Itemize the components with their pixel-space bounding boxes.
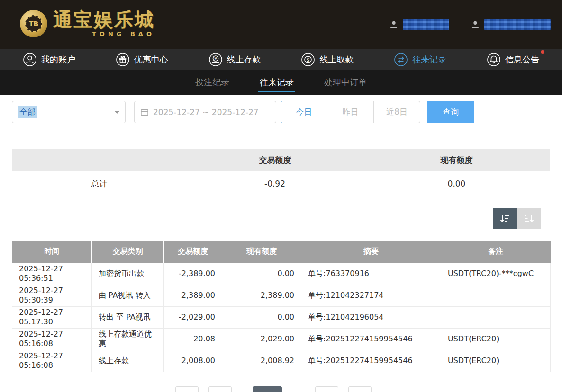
cell-summary: 单号:202512274159954546: [301, 328, 441, 350]
brand-coin-icon: TB: [20, 10, 47, 37]
col-header-summary: 摘要: [301, 241, 441, 263]
cell-type: 转出 至 PA视讯: [92, 306, 164, 328]
transactions-header: 时间 交易类别 交易额度 现有额度 摘要 备注: [12, 241, 551, 263]
nav-item-promotions[interactable]: 优惠中心: [116, 53, 168, 67]
deposit-icon: ¥: [208, 53, 223, 67]
quick-yesterday-button[interactable]: 昨日: [327, 101, 374, 123]
main-nav: 我的账户 优惠中心 ¥ 线上存款 $ 线上取款 往来记录 信息公告: [0, 49, 562, 70]
cell-remark: [441, 285, 551, 306]
cell-balance: 2,008.92: [222, 350, 301, 372]
sub-nav: 投注纪录 往来记录 处理中订单: [0, 70, 562, 95]
gift-icon: [116, 53, 130, 67]
account-username-area: [389, 19, 449, 30]
date-range-value: 2025-12-27 ~ 2025-12-27: [153, 107, 259, 117]
date-range-input[interactable]: 2025-12-27 ~ 2025-12-27: [134, 101, 276, 123]
cell-amount: 2,008.00: [164, 350, 222, 372]
summary-header-empty: [12, 149, 187, 171]
quick-range-group: 今日 昨日 近8日: [281, 101, 420, 123]
transactions-tbody: 2025-12-27 05:36:51加密货币出款-2,389.000.00单号…: [12, 263, 551, 372]
notification-dot: [541, 50, 544, 54]
nav-item-withdraw[interactable]: $ 线上取款: [301, 53, 354, 67]
redacted-username: [403, 19, 449, 30]
brand-coin-label: TB: [25, 15, 42, 32]
cell-summary: 单号:121042327174: [301, 285, 441, 306]
account-balance-area: [470, 19, 551, 30]
cell-time: 2025-12-27 05:36:51: [12, 263, 92, 285]
tab-transaction-records[interactable]: 往来记录: [258, 70, 295, 95]
quick-today-button[interactable]: 今日: [281, 101, 327, 123]
search-button[interactable]: 查询: [427, 101, 474, 123]
sort-descending-icon: [499, 214, 511, 223]
cell-amount: -2,389.00: [164, 263, 222, 285]
cell-balance: 0.00: [222, 263, 301, 285]
top-header: TB 通宝娱乐城 TONG BAO: [0, 0, 562, 49]
brand-name-en: TONG BAO: [92, 30, 155, 37]
pagination-button[interactable]: [253, 386, 282, 392]
cell-amount: -2,029.00: [164, 306, 222, 328]
cell-summary: 单号:121042196054: [301, 306, 441, 328]
nav-item-label: 往来记录: [412, 54, 446, 65]
brand-text: 通宝娱乐城 TONG BAO: [53, 10, 155, 37]
pagination-button[interactable]: [315, 386, 338, 392]
cell-balance: 0.00: [222, 306, 301, 328]
bell-icon: [487, 53, 501, 67]
cell-time: 2025-12-27 05:17:30: [12, 306, 92, 328]
summary-header-row: 交易额度 现有额度: [12, 149, 550, 171]
cell-amount: 20.08: [164, 328, 222, 350]
cell-summary: 单号:202512274159954546: [301, 350, 441, 372]
summary-header-amount: 交易额度: [187, 149, 363, 171]
nav-item-deposit[interactable]: ¥ 线上存款: [208, 53, 261, 67]
wallet-icon: [470, 19, 480, 30]
calendar-icon: [140, 108, 149, 116]
cell-type: 线上存款通道优惠: [92, 328, 164, 350]
nav-item-announcements[interactable]: 信息公告: [487, 53, 539, 67]
cell-summary: 单号:763370916: [301, 263, 441, 285]
summary-balance-total: 0.00: [363, 171, 550, 196]
brand-name-cn: 通宝娱乐城: [53, 10, 155, 29]
sort-ascending-icon: [523, 214, 535, 223]
tab-pending-orders[interactable]: 处理中订单: [323, 70, 368, 95]
pagination-button[interactable]: [175, 386, 199, 392]
table-row: 2025-12-27 05:30:39由 PA视讯 转入2,389.002,38…: [12, 285, 551, 306]
type-select[interactable]: 全部: [12, 101, 126, 123]
table-row: 2025-12-27 05:17:30转出 至 PA视讯-2,029.000.0…: [12, 306, 551, 328]
nav-item-my-account[interactable]: 我的账户: [23, 53, 75, 67]
nav-item-label: 线上取款: [319, 54, 354, 65]
pagination-button[interactable]: [208, 386, 232, 392]
sort-descending-button[interactable]: [493, 208, 517, 229]
summary-total-label: 总计: [12, 171, 187, 196]
table-row: 2025-12-27 05:16:08线上存款通道优惠20.082,029.00…: [12, 328, 551, 350]
col-header-remark: 备注: [441, 241, 551, 263]
quick-8days-button[interactable]: 近8日: [373, 101, 420, 123]
brand-logo: TB 通宝娱乐城 TONG BAO: [20, 10, 155, 37]
cell-time: 2025-12-27 05:16:08: [12, 328, 92, 350]
redacted-balance: [484, 19, 551, 30]
cell-balance: 2,389.00: [222, 285, 301, 306]
cell-remark: USDT(TRC20)-***cgwC: [441, 263, 551, 285]
svg-text:$: $: [307, 57, 309, 62]
tab-bet-records[interactable]: 投注纪录: [194, 70, 231, 95]
table-row: 2025-12-27 05:36:51加密货币出款-2,389.000.00单号…: [12, 263, 551, 285]
cell-balance: 2,029.00: [222, 328, 301, 350]
transactions-table: 时间 交易类别 交易额度 现有额度 摘要 备注 2025-12-27 05:36…: [12, 241, 551, 372]
summary-table: 交易额度 现有额度 总计 -0.92 0.00: [12, 149, 550, 196]
user-icon: [23, 53, 37, 67]
filter-bar: 全部 2025-12-27 ~ 2025-12-27 今日 昨日 近8日 查询: [12, 101, 550, 123]
tab-label: 往来记录: [260, 77, 294, 88]
nav-item-label: 我的账户: [41, 54, 75, 65]
summary-header-balance: 现有额度: [363, 149, 550, 171]
cell-remark: USDT(ERC20): [441, 328, 551, 350]
type-select-value: 全部: [18, 106, 37, 118]
tab-label: 处理中订单: [324, 77, 367, 88]
cell-type: 线上存款: [92, 350, 164, 372]
pagination-button[interactable]: [348, 386, 372, 392]
chevron-down-icon: [115, 111, 119, 116]
sort-controls: [493, 208, 541, 229]
summary-transaction-total: -0.92: [187, 171, 363, 196]
nav-item-records[interactable]: 往来记录: [394, 53, 446, 67]
tab-label: 投注纪录: [195, 77, 229, 88]
summary-total-row: 总计 -0.92 0.00: [12, 171, 550, 196]
cell-amount: 2,389.00: [164, 285, 222, 306]
sort-ascending-button[interactable]: [517, 208, 541, 229]
table-row: 2025-12-27 05:16:08线上存款2,008.002,008.92单…: [12, 350, 551, 372]
